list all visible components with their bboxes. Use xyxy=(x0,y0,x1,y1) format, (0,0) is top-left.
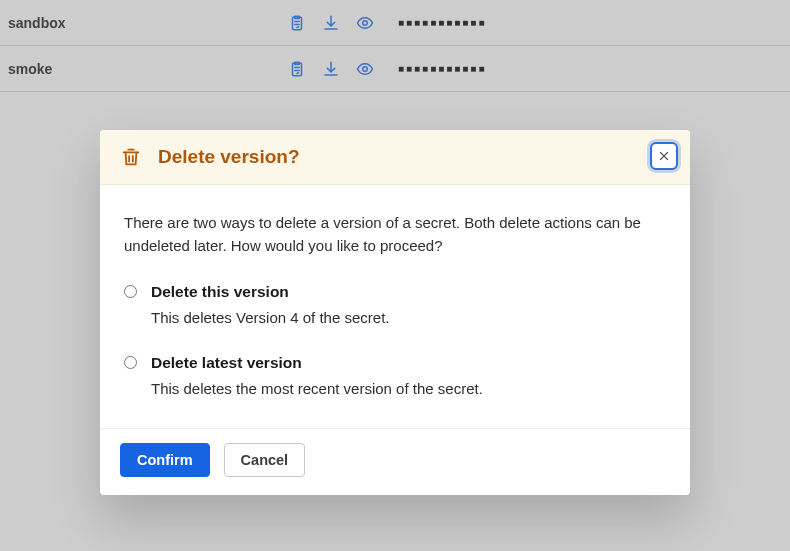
trash-icon xyxy=(120,146,142,168)
delete-option-latest-version[interactable]: Delete latest version This deletes the m… xyxy=(124,351,666,400)
close-icon xyxy=(658,150,670,162)
option-description: This deletes the most recent version of … xyxy=(151,377,483,400)
modal-body: There are two ways to delete a version o… xyxy=(100,185,690,428)
modal-overlay[interactable]: Delete version? There are two ways to de… xyxy=(0,0,790,551)
option-text: Delete latest version This deletes the m… xyxy=(151,351,483,400)
modal-intro-text: There are two ways to delete a version o… xyxy=(124,211,666,258)
cancel-button[interactable]: Cancel xyxy=(224,443,306,477)
radio-this-version[interactable] xyxy=(124,285,137,298)
option-title: Delete this version xyxy=(151,280,389,304)
radio-latest-version[interactable] xyxy=(124,356,137,369)
option-text: Delete this version This deletes Version… xyxy=(151,280,389,329)
option-title: Delete latest version xyxy=(151,351,483,375)
close-button[interactable] xyxy=(650,142,678,170)
modal-footer: Confirm Cancel xyxy=(100,428,690,495)
option-description: This deletes Version 4 of the secret. xyxy=(151,306,389,329)
modal-title: Delete version? xyxy=(158,146,300,168)
confirm-button[interactable]: Confirm xyxy=(120,443,210,477)
modal-header: Delete version? xyxy=(100,130,690,185)
delete-version-modal: Delete version? There are two ways to de… xyxy=(100,130,690,495)
delete-option-this-version[interactable]: Delete this version This deletes Version… xyxy=(124,280,666,329)
